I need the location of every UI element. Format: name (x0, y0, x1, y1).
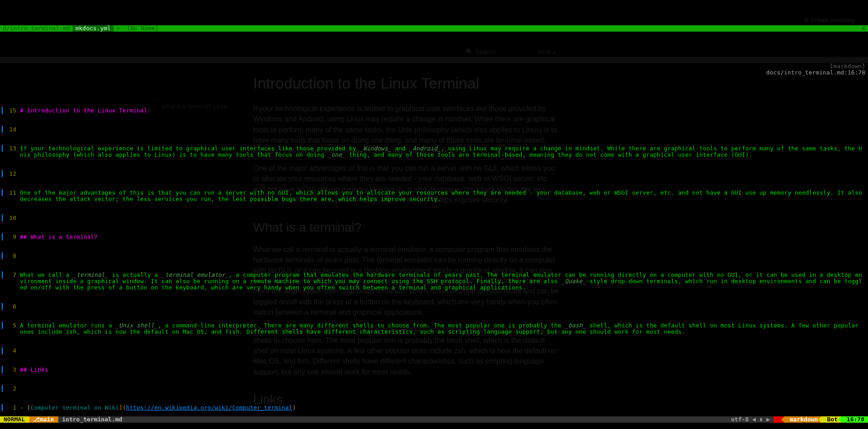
linenr: 12 (7, 171, 18, 177)
md-link-line: - [Computer terminal on Wiki](https://en… (18, 405, 868, 411)
command-line[interactable] (0, 423, 868, 429)
branch-icon: ⎇ (33, 416, 40, 423)
linenr: 15 (7, 107, 18, 114)
encoding-segment: utf-8 ◀ ∧ ▶ (726, 416, 774, 423)
tab-noname[interactable]: + [No Name] (113, 25, 161, 32)
linenr: 9 (7, 234, 18, 240)
md-paragraph: What we call a _terminal_ is actually a … (18, 272, 868, 291)
linenr: 8 (7, 253, 18, 259)
md-paragraph: One of the major advantages of this is t… (18, 190, 868, 202)
linenr: 3 (7, 367, 18, 373)
vim-tabline[interactable]: d/intro_terminal.md mkdocs.yml + [No Nam… (0, 25, 868, 32)
linenr: 11 (7, 190, 18, 196)
linenr: 10 (7, 215, 18, 221)
md-paragraph: A terminal emulator runs a _Unix shell_,… (18, 322, 868, 335)
md-heading: ## What is a terminal? (18, 234, 868, 240)
terminal-window: d/intro_terminal.md mkdocs.yml + [No Nam… (0, 0, 868, 429)
linecol-segment: 16:78 (841, 416, 868, 423)
linenr: 4 (7, 348, 18, 354)
git-branch-segment: ⎇ main (29, 416, 58, 423)
md-heading: # Introduction to the Linux Terminal (18, 107, 868, 114)
statusline: NORMAL ⎇ main intro_terminal.md utf-8 ◀ … (0, 416, 868, 423)
tab-close-icon[interactable]: X (859, 25, 868, 32)
linenr: 2 (7, 386, 18, 392)
winbar-path: docs/intro_terminal.md:16:78 (766, 69, 865, 76)
winbar-filetype: [markdown] (830, 63, 865, 70)
md-paragraph: If your technological experience is limi… (18, 145, 868, 158)
linenr: 6 (7, 303, 18, 310)
linenr: 13 (7, 145, 18, 152)
linenr: 5 (7, 322, 18, 329)
linenr: 7 (7, 272, 18, 278)
mode-indicator: NORMAL (0, 416, 29, 423)
tab-mkdocs[interactable]: mkdocs.yml (73, 25, 113, 32)
linenr: 14 (7, 126, 18, 133)
filetype-segment: markdown (784, 416, 822, 423)
linenr: 1 (7, 405, 18, 411)
editor-buffer[interactable]: ▎15# Introduction to the Linux Terminal … (0, 89, 868, 429)
filename-segment: intro_terminal.md (58, 416, 127, 423)
tab-intro-terminal[interactable]: d/intro_terminal.md (0, 25, 73, 32)
md-heading: ## Links (18, 367, 868, 373)
inactive-winbar: [markdown] docs/intro_terminal.md:16:78 (0, 57, 868, 63)
